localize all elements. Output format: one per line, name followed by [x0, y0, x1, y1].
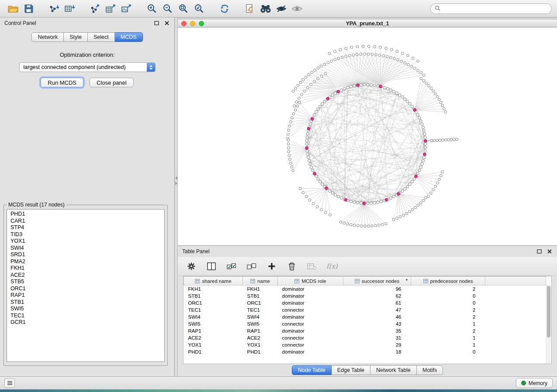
table-cell[interactable]: ACE2: [243, 334, 278, 341]
mcds-result-item[interactable]: SWI5: [7, 306, 164, 313]
table-cell[interactable]: PHD1: [243, 348, 278, 355]
table-cell[interactable]: 47: [343, 306, 411, 313]
table-cell[interactable]: 0: [411, 348, 485, 355]
mcds-result-item[interactable]: TEC1: [7, 313, 164, 320]
tab-style[interactable]: Style: [64, 32, 88, 42]
search-input[interactable]: [443, 5, 547, 12]
table-cell[interactable]: 29: [343, 341, 411, 348]
open-session-icon[interactable]: [5, 2, 21, 16]
tab-network[interactable]: Network: [31, 32, 64, 42]
table-cell[interactable]: dominator: [278, 299, 343, 306]
network-window-titlebar[interactable]: YPA_prune.txt_1: [178, 20, 557, 28]
table-cell[interactable]: connector: [278, 334, 343, 341]
table-cell[interactable]: 31: [343, 334, 411, 341]
delete-table-icon-disabled[interactable]: [306, 261, 318, 272]
table-row[interactable]: SWI5SWI5connector431: [184, 320, 546, 327]
run-mcds-button[interactable]: Run MCDS: [41, 78, 83, 87]
deselect-all-rows-icon[interactable]: [246, 261, 257, 272]
table-cell[interactable]: ORC1: [184, 299, 243, 306]
table-cell[interactable]: dominator: [278, 348, 343, 355]
table-cell[interactable]: 0: [411, 292, 485, 299]
column-header-mcds-role[interactable]: MCDS role: [278, 277, 343, 285]
mcds-result-item[interactable]: PMA2: [7, 258, 164, 265]
mcds-result-item[interactable]: SRD1: [7, 251, 164, 258]
mcds-result-item[interactable]: STB5: [7, 279, 164, 285]
column-header-successor-nodes[interactable]: successor nodes▼: [343, 277, 411, 285]
tab-mcds[interactable]: MCDS: [115, 32, 143, 42]
toggle-graphics-details-icon[interactable]: [273, 2, 289, 16]
table-cell[interactable]: SWI5: [184, 320, 243, 327]
table-cell[interactable]: 1: [411, 320, 485, 327]
table-row[interactable]: ACE2ACE2connector311: [184, 334, 546, 341]
import-network-icon[interactable]: [46, 2, 62, 16]
mcds-result-item[interactable]: YOX1: [7, 238, 164, 245]
table-cell[interactable]: 2: [411, 313, 485, 320]
table-cell[interactable]: dominator: [278, 292, 343, 299]
mcds-result-item[interactable]: ORC1: [7, 285, 164, 292]
table-cell[interactable]: 61: [343, 299, 411, 306]
close-panel-icon[interactable]: [164, 20, 170, 26]
table-row[interactable]: SWI4SWI4dominator462: [184, 313, 546, 320]
table-row[interactable]: ORC1ORC1dominator610: [184, 299, 546, 306]
function-builder-fx-icon[interactable]: f(x): [326, 262, 338, 270]
save-session-icon[interactable]: [21, 2, 37, 16]
search-network-binoculars-icon[interactable]: [258, 2, 273, 16]
table-cell[interactable]: YOX1: [184, 341, 243, 348]
refresh-layout-icon[interactable]: [217, 2, 232, 16]
table-cell[interactable]: RAP1: [184, 327, 243, 334]
table-cell[interactable]: connector: [278, 341, 343, 348]
table-cell[interactable]: 2: [411, 285, 485, 293]
sort-descending-icon[interactable]: ▼: [405, 278, 408, 282]
table-cell[interactable]: STB1: [243, 292, 278, 299]
tab-edge-table[interactable]: Edge Table: [332, 365, 370, 375]
column-header-shared-name[interactable]: shared name: [184, 277, 243, 285]
table-row[interactable]: RAP1RAP1dominator352: [184, 327, 546, 334]
table-cell[interactable]: RAP1: [243, 327, 278, 334]
float-table-panel-icon[interactable]: [536, 248, 542, 254]
mcds-result-item[interactable]: ACE2: [7, 272, 164, 279]
mcds-result-item[interactable]: CAR1: [7, 218, 164, 225]
mcds-result-item[interactable]: PHD1: [7, 211, 164, 218]
column-header-predecessor-nodes[interactable]: predecessor nodes: [411, 277, 485, 285]
close-table-panel-icon[interactable]: [547, 248, 553, 254]
mcds-result-item[interactable]: SWI4: [7, 245, 164, 252]
zoom-out-icon[interactable]: [160, 2, 176, 16]
network-canvas[interactable]: [178, 28, 557, 245]
table-cell[interactable]: SWI5: [243, 320, 278, 327]
show-columns-icon[interactable]: [206, 261, 217, 272]
table-row[interactable]: FKH1FKH1dominator962: [184, 285, 546, 293]
table-cell[interactable]: 1: [411, 341, 485, 348]
table-cell[interactable]: 96: [343, 285, 411, 293]
table-cell[interactable]: dominator: [278, 327, 343, 334]
table-cell[interactable]: FKH1: [243, 285, 278, 293]
table-cell[interactable]: connector: [278, 306, 343, 313]
search-field[interactable]: [430, 3, 552, 14]
tab-node-table[interactable]: Node Table: [292, 365, 332, 375]
table-cell[interactable]: 62: [343, 292, 411, 299]
table-cell[interactable]: 43: [343, 320, 411, 327]
zoom-selected-icon[interactable]: [191, 2, 207, 16]
select-all-rows-icon[interactable]: [226, 261, 237, 272]
column-header-name[interactable]: name: [243, 277, 278, 285]
memory-button[interactable]: Memory: [516, 378, 553, 388]
mcds-result-item[interactable]: STP4: [7, 224, 164, 231]
float-panel-icon[interactable]: [153, 20, 159, 26]
table-cell[interactable]: ACE2: [184, 334, 243, 341]
table-row[interactable]: TEC1TEC1connector472: [184, 306, 546, 313]
mcds-result-item[interactable]: GCR1: [7, 319, 164, 326]
import-table-icon[interactable]: [62, 2, 78, 16]
mcds-result-item[interactable]: FKH1: [7, 265, 164, 272]
table-cell[interactable]: ORC1: [243, 299, 278, 306]
table-cell[interactable]: 18: [343, 348, 411, 355]
close-panel-button[interactable]: Close panel: [90, 78, 134, 87]
mcds-result-item[interactable]: STB1: [7, 299, 164, 306]
table-scrollbar[interactable]: [546, 285, 551, 364]
table-cell[interactable]: 35: [343, 327, 411, 334]
export-table-icon[interactable]: [103, 2, 119, 16]
table-cell[interactable]: SWI4: [243, 313, 278, 320]
table-cell[interactable]: 2: [411, 306, 485, 313]
table-cell[interactable]: 1: [411, 334, 485, 341]
tab-motifs[interactable]: Motifs: [417, 365, 443, 375]
zoom-in-icon[interactable]: [144, 2, 160, 16]
show-hide-eye-icon[interactable]: [289, 2, 305, 16]
